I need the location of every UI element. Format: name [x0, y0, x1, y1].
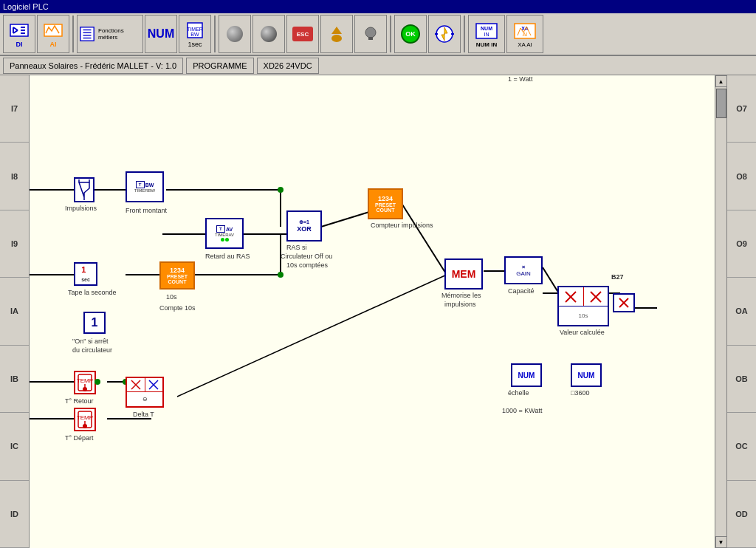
toolbar-lamp-btn[interactable] — [354, 15, 387, 53]
canvas-area[interactable]: Impulsions T BW TIMERBW Front montant T … — [30, 75, 715, 548]
toolbar-xaai-label: XA AI — [518, 41, 532, 48]
label-num-3600: □3600 — [571, 389, 589, 397]
label-tape-la-seconde: Tape la seconde — [68, 289, 117, 296]
rail-i9: I9 — [0, 210, 29, 278]
temp-retour-block: TEMP — [74, 371, 96, 394]
submenu-xd26-btn[interactable]: XD26 24VDC — [257, 58, 319, 74]
multiply-block: 10s — [557, 286, 609, 326]
toolbar: DI AI Fonctions métiers NUM TIMER BW 1se… — [0, 13, 756, 56]
toolbar-ok-btn[interactable]: OK — [394, 15, 427, 53]
rail-o7: O7 — [727, 75, 756, 143]
label-temp-depart: T° Départ — [65, 434, 94, 442]
label-temp-retour: T° Retour — [65, 397, 94, 405]
right-rail: O7 O8 O9 OA OB OC OD — [726, 75, 756, 548]
svg-rect-8 — [80, 27, 94, 41]
rail-o8: O8 — [727, 143, 756, 210]
toolbar-numin-label: NUM IN — [476, 41, 497, 48]
mem-block: MEM — [444, 258, 483, 290]
toolbar-ball2-btn[interactable] — [252, 15, 285, 53]
toolbar-numin-btn[interactable]: NUM IN NUM IN — [468, 15, 505, 53]
label-du-circulateur: du circulateur — [72, 346, 112, 354]
label-circulateur-off: Circulateur Off ou — [281, 253, 332, 260]
rail-ia: IA — [0, 278, 29, 345]
svg-marker-16 — [331, 27, 342, 34]
rail-od: OD — [727, 481, 756, 548]
svg-point-57 — [278, 272, 284, 278]
scroll-up-btn[interactable]: ▲ — [715, 75, 727, 87]
toolbar-timer-btn[interactable]: TIMER BW 1sec — [179, 15, 211, 53]
label-capacite: Capacité — [508, 287, 535, 295]
submenu-panneaux-btn[interactable]: Panneaux Solaires - Frédéric MALLET - V:… — [3, 58, 183, 74]
svg-text:TEMP: TEMP — [77, 377, 93, 384]
svg-point-72 — [83, 387, 87, 391]
preset-count2-block: 1234 PRESET COUNT — [368, 188, 403, 219]
toolbar-flash-btn[interactable] — [428, 15, 461, 53]
toolbar-xaai-btn[interactable]: XA AI XA AI — [506, 15, 543, 53]
timer-bw-block: T BW TIMERBW — [126, 171, 164, 202]
svg-point-76 — [83, 424, 87, 428]
toolbar-di-btn[interactable]: DI — [3, 15, 35, 53]
toolbar-sep1 — [72, 16, 74, 52]
toolbar-ai-label: AI — [50, 41, 57, 48]
svg-line-34 — [321, 212, 369, 227]
label-10s-1: 10s — [166, 293, 177, 301]
toolbar-num-btn[interactable]: NUM — [145, 15, 177, 53]
toolbar-ai-btn[interactable]: AI — [37, 15, 69, 53]
rail-ic: IC — [0, 413, 29, 480]
scroll-down-btn[interactable]: ▼ — [715, 536, 727, 548]
toolbar-esc-btn[interactable]: ESC — [286, 15, 319, 53]
svg-point-17 — [331, 35, 342, 42]
toolbar-di-label: DI — [16, 41, 23, 48]
label-retard-ras: Retard au RAS — [205, 253, 250, 260]
svg-rect-19 — [368, 37, 373, 40]
small-multiply-block — [613, 293, 635, 312]
rail-i7: I7 — [0, 75, 29, 143]
submenu-programme-btn[interactable]: PROGRAMME — [186, 58, 253, 74]
num1-block: NUM — [511, 363, 542, 387]
svg-line-35 — [402, 205, 447, 275]
label-front-montant: Front montant — [126, 207, 167, 214]
svg-marker-59 — [79, 182, 89, 197]
label-1000-kwatt: 1000 = KWatt — [502, 407, 542, 414]
label-impulsions2: impulsions — [444, 301, 476, 308]
toolbar-ball1-btn[interactable] — [219, 15, 251, 53]
submenu-bar: Panneaux Solaires - Frédéric MALLET - V:… — [0, 56, 756, 75]
label-impulsions: Impulsions — [65, 205, 97, 212]
svg-text:TIMER: TIMER — [187, 27, 203, 32]
toolbar-fonctions-label: Fonctions métiers — [98, 27, 141, 41]
rail-o9: O9 — [727, 210, 756, 278]
toolbar-sep4 — [464, 16, 465, 52]
rail-id: ID — [0, 481, 29, 548]
rail-ob: OB — [727, 346, 756, 413]
toolbar-sep2 — [214, 16, 216, 52]
temp-depart-block: TEMP — [74, 408, 96, 431]
label-echelle: échelle — [508, 389, 529, 397]
toolbar-sep3 — [390, 16, 391, 52]
toolbar-fonctions-btn[interactable]: Fonctions métiers — [77, 15, 143, 53]
main-area: I7 I8 I9 IA IB IC ID — [0, 75, 756, 548]
svg-text:IN: IN — [484, 32, 489, 37]
toolbar-timer-label: 1sec — [188, 41, 202, 48]
canvas-svg — [30, 75, 715, 548]
num2-block: NUM — [571, 363, 602, 387]
svg-text:NUM: NUM — [481, 26, 492, 31]
rail-i8: I8 — [0, 143, 29, 210]
label-compteur-impulsions: Compteur impulsions — [371, 222, 433, 229]
left-rail: I7 I8 I9 IA IB IC ID — [0, 75, 30, 548]
label-b27: B27 — [611, 273, 624, 281]
title-bar: Logiciel PLC — [0, 0, 756, 13]
svg-point-18 — [365, 27, 376, 38]
rail-oc: OC — [727, 413, 756, 480]
scrollbar[interactable]: ▲ ▼ — [715, 75, 726, 548]
green-dots-svg — [30, 75, 715, 548]
toolbar-drop-btn[interactable] — [320, 15, 353, 53]
label-delta-t: Delta T — [133, 411, 154, 418]
label-ras-si: RAS si — [286, 244, 307, 251]
timer-av-block: T AV TIMERAV — [205, 218, 244, 249]
label-10s-comptees: 10s comptées — [286, 261, 328, 269]
scroll-thumb[interactable] — [716, 89, 726, 118]
svg-text:TEMP: TEMP — [77, 414, 93, 421]
svg-text:BW: BW — [190, 32, 199, 37]
label-10s-2: 10s — [579, 312, 588, 319]
svg-point-56 — [278, 187, 284, 193]
